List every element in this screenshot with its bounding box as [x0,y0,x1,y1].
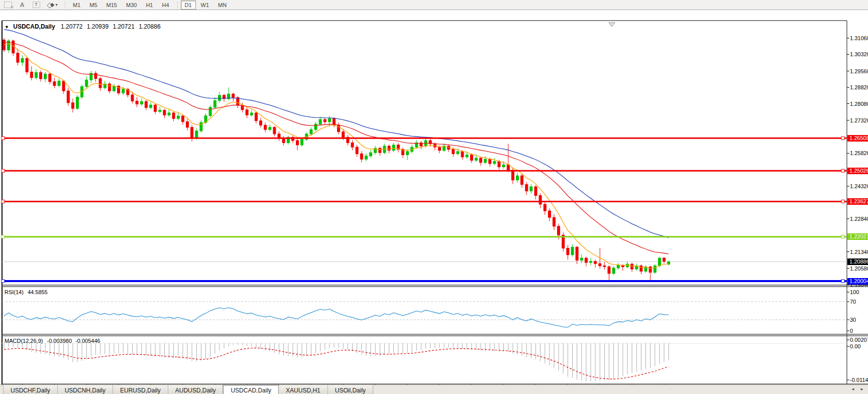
candles-group [3,38,670,282]
ma-fast-line [4,44,669,269]
text-label-glyph: T [33,2,40,8]
shapes-icon[interactable]: ▾ [44,1,61,9]
level-line-handle [841,280,844,283]
chart-tab-bar: USDCHF,DailyUSDCNH,DailyEURUSD,DailyAUDU… [0,384,868,394]
chart-tab-eurusd[interactable]: EURUSD,Daily [113,385,168,394]
level-line-handle [841,137,844,140]
timeframe-button-m5[interactable]: M5 [85,1,101,10]
chart-tab-usdcad[interactable]: USDCAD,Daily [223,385,279,394]
chart-window: ▼ USDCAD,Daily 1.20772 1.20939 1.20721 1… [0,10,868,384]
rsi-line [4,308,669,327]
macd-signal-line [4,348,669,379]
chart-tab-usdchf[interactable]: USDCHF,Daily [3,385,58,394]
timeframe-button-m15[interactable]: M15 [102,1,121,10]
level-line-handle [2,169,5,172]
timeframe-button-w1[interactable]: W1 [197,1,213,10]
chart-shift-marker-icon [609,23,615,27]
chart-tabs: USDCHF,DailyUSDCNH,DailyEURUSD,DailyAUDU… [0,385,373,394]
level-line-handle [2,235,5,238]
level-line-handle [841,235,844,238]
chart-tab-xauusd[interactable]: XAUUSD,H1 [279,385,328,394]
chart-tab-usoil[interactable]: USOil,Daily [328,385,373,394]
timeframe-button-m1[interactable]: M1 [69,1,84,10]
toolbar-separator [65,2,66,9]
level-line-handle [2,137,5,140]
level-line-handle [2,200,5,203]
timeframe-button-mn[interactable]: MN [214,1,231,10]
macd-histogram [4,343,669,381]
top-toolbar: F A T ▾ M1M5M15M30H1H4D1W1MN [0,0,868,10]
fibo-grid-icon[interactable]: F [2,1,14,9]
chart-tab-audusd[interactable]: AUDUSD,Daily [168,385,224,394]
text-annotation-icon[interactable]: A [16,1,28,9]
ma-slow-line [4,30,669,238]
fibo-grid-icon-box: F [4,2,12,8]
tab-scroll-left-icon[interactable]: ◄ [851,387,857,391]
text-annotation-glyph: A [20,2,25,9]
level-line-handle [841,200,844,203]
toolbar-separator [177,2,178,8]
timeframe-buttons: M1M5M15M30H1H4D1W1MN [68,2,231,8]
shapes-dropdown-caret-icon: ▾ [55,3,57,7]
level-line-handle [2,280,5,283]
timeframe-button-m30[interactable]: M30 [122,1,141,10]
level-line-handle [841,169,844,172]
timeframe-button-h1[interactable]: H1 [142,1,157,10]
timeframe-button-h4[interactable]: H4 [158,1,173,10]
fibo-grid-icon-sub: F [11,5,14,10]
shape-diamond-filled-icon [50,3,54,7]
tab-scroll-arrows: ◄ ► [851,387,866,391]
candlestick-chart[interactable] [0,10,868,394]
text-label-icon[interactable]: T [30,1,42,9]
ma-mid-line [4,42,669,254]
tab-scroll-right-icon[interactable]: ► [860,387,866,391]
timeframe-button-d1[interactable]: D1 [181,1,196,10]
chart-tab-usdcnh[interactable]: USDCNH,Daily [58,385,113,394]
